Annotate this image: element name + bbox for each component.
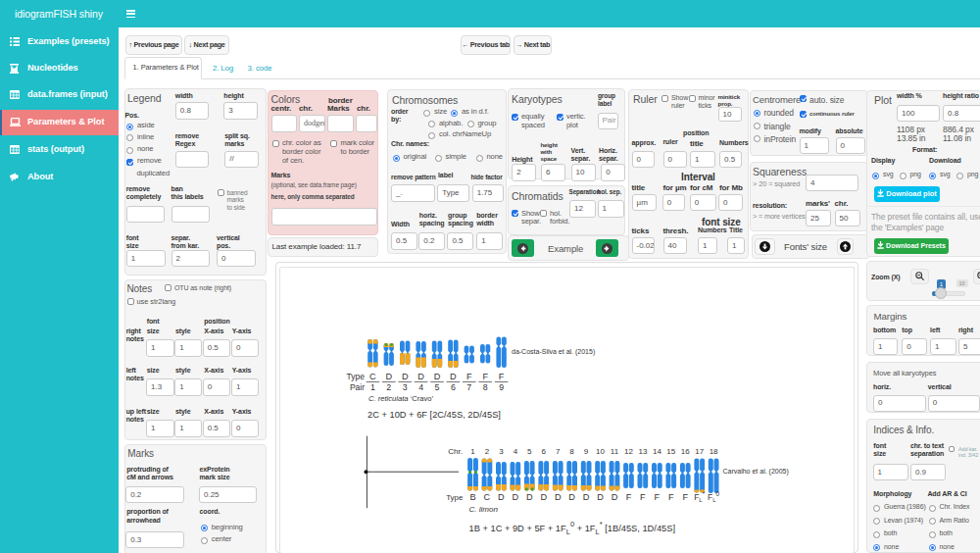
- svg-text:2: 2: [386, 382, 391, 392]
- svg-text:14: 14: [653, 447, 662, 456]
- svg-text:5: 5: [527, 447, 532, 456]
- svg-text:4: 4: [418, 382, 423, 392]
- svg-text:8: 8: [569, 447, 574, 456]
- svg-text:6: 6: [542, 447, 547, 456]
- svg-text:FL*: FL*: [694, 490, 706, 503]
- svg-text:F: F: [466, 372, 472, 381]
- svg-text:D: D: [385, 372, 392, 381]
- svg-text:D: D: [583, 492, 590, 502]
- svg-text:10: 10: [596, 447, 605, 456]
- svg-text:1: 1: [370, 382, 375, 392]
- svg-text:Type: Type: [446, 493, 464, 502]
- svg-text:C. limon: C. limon: [469, 505, 499, 514]
- svg-text:18: 18: [710, 447, 718, 456]
- svg-text:Type: Type: [347, 372, 366, 381]
- svg-text:2: 2: [485, 447, 490, 456]
- svg-text:11: 11: [611, 447, 619, 456]
- svg-text:F: F: [640, 492, 646, 502]
- svg-text:3: 3: [403, 382, 408, 392]
- svg-text:D: D: [568, 492, 575, 502]
- svg-text:Carvalho et al. (2005): Carvalho et al. (2005): [723, 468, 789, 476]
- svg-text:15: 15: [666, 447, 675, 456]
- svg-text:3: 3: [499, 447, 504, 456]
- svg-text:D: D: [526, 492, 533, 502]
- svg-text:F: F: [682, 492, 688, 502]
- svg-text:D: D: [402, 372, 409, 381]
- svg-text:F: F: [499, 372, 505, 381]
- svg-text:1B + 1C + 9D + 5F + 1FL0 + 1FL: 1B + 1C + 9D + 5F + 1FL0 + 1FL* [1B/45S,…: [469, 520, 676, 536]
- svg-text:C. reticulata ‘Cravo’: C. reticulata ‘Cravo’: [368, 394, 434, 403]
- svg-text:16: 16: [681, 447, 690, 456]
- svg-text:6: 6: [451, 382, 456, 392]
- svg-text:4: 4: [514, 447, 518, 456]
- svg-text:FL0: FL0: [708, 490, 720, 503]
- svg-text:D: D: [434, 372, 441, 381]
- svg-text:D: D: [612, 492, 618, 502]
- svg-text:F: F: [482, 372, 488, 381]
- svg-text:7: 7: [466, 382, 471, 392]
- svg-text:C: C: [484, 492, 491, 502]
- svg-text:13: 13: [638, 447, 647, 456]
- svg-text:12: 12: [624, 447, 633, 456]
- svg-text:da-Costa-Silva et al. (2015): da-Costa-Silva et al. (2015): [512, 348, 595, 356]
- svg-text:D: D: [417, 372, 424, 381]
- svg-text:D: D: [450, 372, 457, 381]
- svg-text:F: F: [626, 492, 632, 502]
- svg-text:D: D: [498, 492, 505, 502]
- svg-text:D: D: [555, 492, 562, 502]
- svg-text:17: 17: [695, 447, 704, 456]
- svg-text:7: 7: [556, 447, 561, 456]
- svg-text:Pair: Pair: [350, 382, 365, 392]
- svg-text:9: 9: [499, 382, 504, 392]
- svg-text:5: 5: [435, 382, 440, 392]
- svg-text:C: C: [369, 372, 376, 381]
- svg-text:Chr.: Chr.: [448, 447, 463, 456]
- svg-text:2C + 10D + 6F [2C/45S, 2D/45S]: 2C + 10D + 6F [2C/45S, 2D/45S]: [368, 410, 501, 420]
- svg-text:1: 1: [470, 447, 475, 456]
- svg-text:D: D: [540, 492, 547, 502]
- svg-text:B: B: [469, 492, 475, 502]
- svg-text:9: 9: [584, 447, 589, 456]
- svg-text:F: F: [655, 492, 661, 502]
- svg-text:F: F: [668, 492, 674, 502]
- svg-text:8: 8: [483, 382, 488, 392]
- svg-text:D: D: [513, 492, 519, 502]
- svg-text:D: D: [597, 492, 604, 502]
